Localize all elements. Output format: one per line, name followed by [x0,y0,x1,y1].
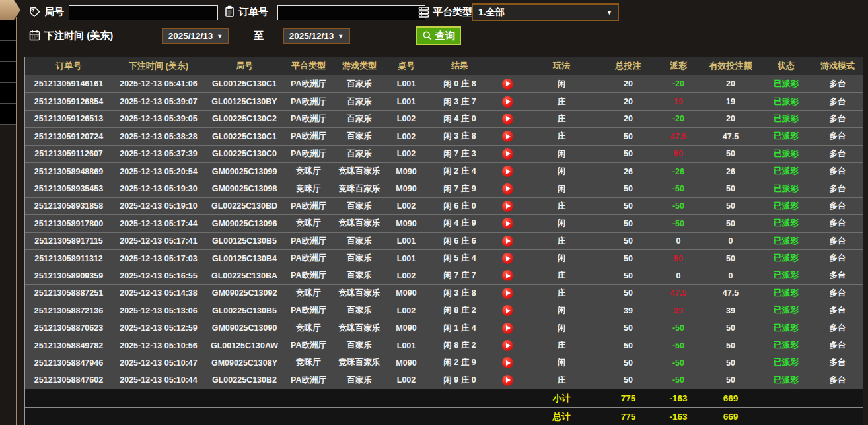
magnifier-icon [422,30,433,41]
play-icon[interactable] [502,148,513,160]
cell-total-bet: 50 [601,288,655,298]
column-header: 桌号 [386,60,427,72]
cell-replay [493,201,522,212]
cell-bet-time: 2025-12-13 05:19:10 [112,201,205,211]
subtotal-payout: -163 [655,393,702,403]
play-icon[interactable] [502,236,513,247]
cell-table-number: M090 [386,358,427,368]
cell-platform-type: 竞咪厅 [284,323,333,334]
cell-round-number: GL00225C130BD [205,201,284,211]
cell-status: 已派彩 [760,340,813,351]
cell-game-type: 百家乐 [333,148,386,160]
cell-status: 已派彩 [760,357,813,368]
cell-game-mode: 多台 [813,148,863,160]
play-icon[interactable] [502,340,513,351]
play-icon[interactable] [502,79,513,90]
table-row: 251213059112607 2025-12-13 05:37:39 GL00… [25,145,863,162]
column-header: 平台类型 [284,60,333,72]
cell-bet-time: 2025-12-13 05:17:03 [112,254,205,263]
cell-total-bet: 50 [601,236,655,245]
cell-order-number: 251213058948869 [25,167,112,176]
cell-total-bet: 50 [601,376,655,385]
play-icon[interactable] [502,166,513,177]
cell-bet-time: 2025-12-13 05:37:39 [112,149,205,158]
date-from-value: 2025/12/13 [168,31,213,41]
cell-game-type: 百家乐 [333,114,386,125]
cell-result: 闲 9 庄 0 [427,375,493,386]
cell-play-type: 闲 [522,148,601,160]
cell-bet-time: 2025-12-13 05:38:28 [112,132,205,141]
cell-game-type: 百家乐 [333,340,386,351]
cell-game-type: 百家乐 [333,375,386,386]
play-icon[interactable] [502,323,513,334]
cell-game-mode: 多台 [813,357,863,368]
grand-total-payout: -163 [655,412,702,422]
cell-bet-time: 2025-12-13 05:41:06 [112,79,205,88]
date-from-select[interactable]: 2025/12/13 ▼ [162,28,229,44]
subtotal-valid-bet: 669 [702,393,760,403]
cell-round-number: GL00225C130B2 [205,376,284,385]
play-icon[interactable] [502,201,513,212]
cell-result: 闲 5 庄 4 [427,253,493,264]
date-to-select[interactable]: 2025/12/13 ▼ [283,28,350,44]
search-button[interactable]: 查询 [416,26,461,45]
cell-payout: 39 [655,306,702,315]
cell-total-bet: 50 [601,184,655,193]
cell-game-type: 百家乐 [333,270,386,281]
cell-play-type: 庄 [522,375,601,386]
cell-bet-time: 2025-12-13 05:39:07 [112,97,205,106]
table-row: 251213059146161 2025-12-13 05:41:06 GL00… [25,75,863,92]
cell-game-type: 百家乐 [333,236,386,247]
cell-status: 已派彩 [760,323,813,334]
round-input[interactable] [69,5,218,20]
cell-game-type: 百家乐 [333,96,386,108]
play-icon[interactable] [502,96,513,108]
side-tab[interactable] [0,20,16,41]
cell-payout: -20 [655,114,702,123]
cell-game-mode: 多台 [813,288,863,299]
cell-status: 已派彩 [760,236,813,247]
cell-platform-type: PA欧洲厅 [284,79,333,90]
side-tab[interactable] [0,41,16,62]
cell-platform-type: PA欧洲厅 [284,236,333,247]
play-icon[interactable] [502,114,513,125]
cell-result: 闲 1 庄 4 [427,323,493,334]
platform-type-select[interactable]: 1.全部 ▼ [472,3,619,21]
play-icon[interactable] [502,375,513,386]
cell-game-mode: 多台 [813,201,863,212]
date-to-value: 2025/12/13 [289,31,334,41]
cell-play-type: 闲 [522,166,601,177]
column-header: 游戏类型 [333,60,386,72]
cell-total-bet: 50 [601,271,655,280]
cell-payout: -50 [655,219,702,228]
column-header: 局号 [205,60,284,72]
side-tab[interactable] [0,83,16,104]
play-icon[interactable] [502,305,513,316]
play-icon[interactable] [502,218,513,229]
table-body: 251213059146161 2025-12-13 05:41:06 GL00… [25,75,863,389]
play-icon[interactable] [502,183,513,195]
play-icon[interactable] [502,131,513,142]
tag-icon [28,6,41,18]
side-tab[interactable] [0,62,16,83]
side-tab[interactable] [0,104,16,125]
play-icon[interactable] [502,253,513,264]
cell-replay [493,340,522,351]
order-number-input[interactable] [277,5,425,20]
side-tab-strip [0,0,18,425]
cell-order-number: 251213058847602 [25,376,112,385]
cell-platform-type: PA欧洲厅 [284,340,333,351]
cell-valid-bet: 50 [702,219,760,228]
platform-type-label: 平台类型 [433,6,472,18]
cell-result: 闲 4 庄 9 [427,218,493,229]
cell-status: 已派彩 [760,288,813,299]
play-icon[interactable] [502,357,513,368]
cell-status: 已派彩 [760,131,813,142]
play-icon[interactable] [502,288,513,299]
cell-payout: -50 [655,201,702,211]
cell-play-type: 庄 [522,236,601,247]
play-icon[interactable] [502,270,513,281]
cell-game-type: 竞咪百家乐 [333,323,386,334]
cell-game-type: 百家乐 [333,253,386,264]
cell-platform-type: PA欧洲厅 [284,131,333,142]
